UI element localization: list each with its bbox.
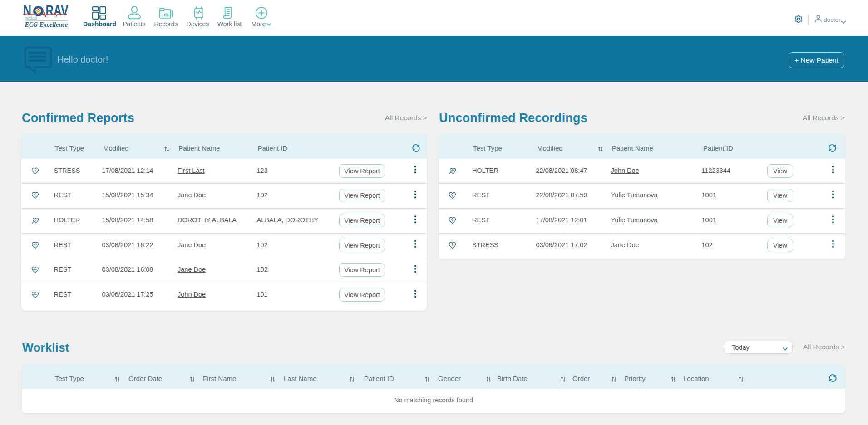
svg-text:RAV: RAV xyxy=(45,4,69,18)
svg-text:medical: medical xyxy=(25,15,37,20)
svg-text:ECG Excellence: ECG Excellence xyxy=(25,21,68,28)
